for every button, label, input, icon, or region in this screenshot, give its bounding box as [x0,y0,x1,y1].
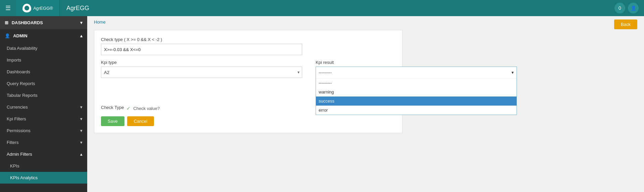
sidebar-item-imports[interactable]: Imports [0,54,87,66]
dropdown-option-warning[interactable]: warning [316,87,517,97]
sidebar-item-query-reports[interactable]: Query Reports [0,78,87,89]
admin-chevron-icon: ▴ [80,33,83,38]
kpi-result-col: Kpi result --------- ▾ --------- warn [316,60,517,67]
admin-filters-chevron-icon: ▴ [80,152,83,157]
main-layout: ⊞ DASHBOARDS ▾ 👤 ADMIN ▴ Data Availabili… [0,16,644,192]
kpi-type-result-row: Kpi type A2 ▾ Kpi result --------- [101,60,395,78]
kpi-result-dropdown[interactable]: --------- ▾ --------- warning success [316,67,517,115]
sidebar-dashboards-header[interactable]: ⊞ DASHBOARDS ▾ [0,16,87,29]
sidebar-item-filters[interactable]: Filters ▾ [0,137,87,148]
sidebar-item-tabular-reports[interactable]: Tabular Reports [0,89,87,101]
sidebar-item-kpis-analytics[interactable]: KPIs Analytics [0,172,87,184]
grid-icon: ⊞ [5,20,8,25]
kpi-filters-chevron-icon: ▾ [80,116,83,121]
sidebar-item-kpi-filters[interactable]: Kpi Filters ▾ [0,113,87,125]
sidebar-item-kpis[interactable]: KPIs [0,160,87,172]
dropdown-option-empty[interactable]: --------- [316,78,517,87]
hamburger-button[interactable]: ☰ [0,0,16,16]
kpi-type-col: Kpi type A2 ▾ [101,60,302,78]
check-type-label: Check type ( X >= 0 && X < -2 ) [101,37,395,42]
logo-egg-icon [22,4,31,12]
notification-count: 0 [619,5,621,11]
kpi-type-select-wrapper: A2 ▾ [101,67,302,78]
currencies-chevron-icon: ▾ [80,105,83,110]
kpi-result-selected-value: --------- [319,70,332,75]
back-button[interactable]: Back [614,20,637,29]
check-mark-icon: ✓ [126,106,130,111]
dashboards-chevron-icon: ▾ [80,20,83,25]
app-title: AgrEGG [60,5,614,12]
sidebar: ⊞ DASHBOARDS ▾ 👤 ADMIN ▴ Data Availabili… [0,16,87,192]
kpi-result-chevron-icon: ▾ [512,70,514,75]
hamburger-icon: ☰ [5,4,11,12]
admin-header-label: ADMIN [13,33,28,38]
nav-right: 0 👤 [614,3,644,13]
user-icon: 👤 [631,5,636,11]
check-type-section-label: Check Type [101,105,124,110]
logo-area: AgrEGG® [16,0,60,16]
kpi-result-label: Kpi result [316,60,517,65]
form-section: Check type ( X >= 0 && X < -2 ) Kpi type… [94,30,402,133]
user-avatar[interactable]: 👤 [628,3,639,13]
dropdown-option-success[interactable]: success [316,97,517,106]
dropdown-option-error[interactable]: error [316,106,517,115]
sidebar-item-admin-filters[interactable]: Admin Filters ▴ [0,148,87,160]
top-navbar: ☰ AgrEGG® AgrEGG 0 👤 [0,0,644,16]
sidebar-item-currencies[interactable]: Currencies ▾ [0,101,87,113]
check-value-link[interactable]: Check value? [133,106,160,111]
content-area: Home Back Check type ( X >= 0 && X < -2 … [87,16,644,192]
permissions-chevron-icon: ▾ [80,128,83,133]
dashboards-header-label: DASHBOARDS [12,20,43,25]
button-row: Save Cancel [101,116,395,126]
notification-icon[interactable]: 0 [614,3,625,13]
kpi-type-select[interactable]: A2 [101,67,302,78]
check-type-input[interactable] [101,44,302,55]
save-button[interactable]: Save [101,116,124,126]
sidebar-item-dashboards[interactable]: Dashboards [0,66,87,78]
filters-chevron-icon: ▾ [80,140,83,145]
sidebar-admin-header[interactable]: 👤 ADMIN ▴ [0,29,87,42]
sidebar-item-permissions[interactable]: Permissions ▾ [0,125,87,137]
kpi-result-trigger[interactable]: --------- ▾ [316,67,517,78]
cancel-button[interactable]: Cancel [127,116,154,126]
check-type-row: Check type ( X >= 0 && X < -2 ) [101,37,395,55]
breadcrumb[interactable]: Home [94,20,637,25]
kpi-type-label: Kpi type [101,60,302,65]
logo-text: AgrEGG® [33,6,53,11]
sidebar-item-data-availability[interactable]: Data Availability [0,42,87,54]
admin-user-icon: 👤 [5,33,10,38]
